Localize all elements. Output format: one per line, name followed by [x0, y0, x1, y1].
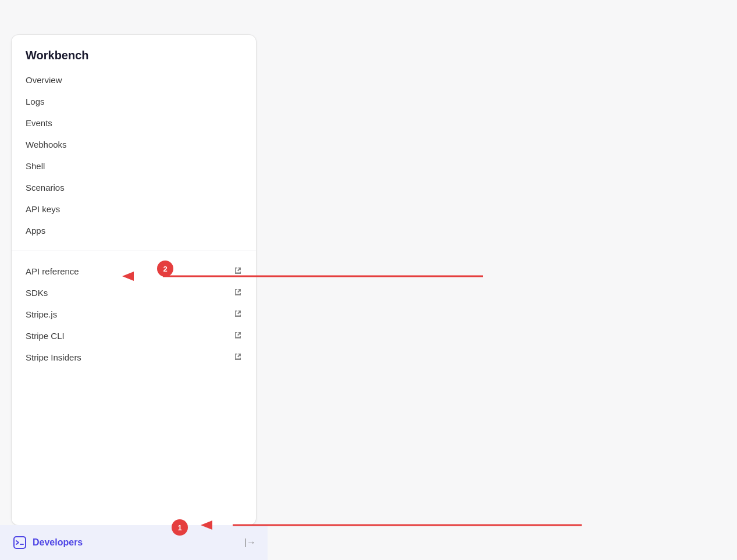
- sidebar-nav-item[interactable]: Overview: [12, 69, 256, 91]
- external-link-icon: [234, 266, 242, 276]
- sidebar-nav-item[interactable]: Logs: [12, 91, 256, 112]
- developers-label: Developers: [33, 537, 240, 548]
- sidebar-nav-item[interactable]: Apps: [12, 220, 256, 241]
- nav-divider: [12, 251, 256, 251]
- external-link-icon: [234, 288, 242, 298]
- nav-section-bottom: API reference SDKs Stripe.js: [12, 256, 256, 377]
- external-link-icon: [234, 331, 242, 341]
- nav-section-top: Workbench OverviewLogsEventsWebhooksShel…: [12, 35, 256, 246]
- external-link-icon: [234, 352, 242, 362]
- sidebar-nav-item[interactable]: Shell: [12, 155, 256, 177]
- sidebar-external-nav-item[interactable]: SDKs: [12, 282, 256, 304]
- sidebar-nav-item[interactable]: Events: [12, 112, 256, 134]
- sidebar-nav-item[interactable]: Scenarios: [12, 177, 256, 198]
- terminal-icon: [12, 534, 28, 551]
- svg-rect-0: [14, 537, 26, 548]
- main-content: [268, 0, 737, 560]
- external-link-icon: [234, 309, 242, 319]
- sidebar-nav-item[interactable]: API keys: [12, 198, 256, 220]
- annotation-badge-2: 2: [157, 261, 173, 277]
- sidebar-nav-item[interactable]: Webhooks: [12, 134, 256, 155]
- sidebar-external-nav-item[interactable]: Stripe Insiders: [12, 347, 256, 368]
- sidebar-external-nav-item[interactable]: API reference: [12, 261, 256, 282]
- sidebar-panel: Workbench OverviewLogsEventsWebhooksShel…: [12, 35, 256, 525]
- collapse-icon[interactable]: |→: [244, 537, 256, 548]
- sidebar-title: Workbench: [12, 44, 256, 69]
- sidebar-external-nav-item[interactable]: Stripe.js: [12, 304, 256, 325]
- sidebar-external-nav-item[interactable]: Stripe CLI: [12, 325, 256, 347]
- bottom-bar[interactable]: Developers |→: [0, 525, 268, 560]
- annotation-badge-1: 1: [172, 519, 188, 536]
